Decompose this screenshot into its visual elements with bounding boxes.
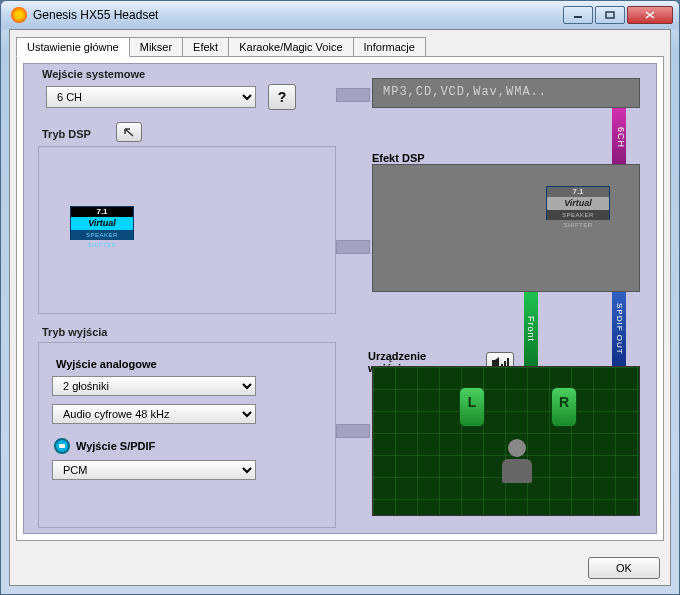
app-window: Genesis HX55 Headset Ustawienie główne M… <box>0 0 680 595</box>
help-button[interactable]: ? <box>268 84 296 110</box>
virtual71-badge[interactable]: 7.1 Virtual SPEAKER SHIFTER <box>70 206 134 240</box>
main-panel: Wejście systemowe 6 CH ? Tryb DSP 7.1 Vi… <box>23 63 657 534</box>
maximize-button[interactable] <box>595 6 625 24</box>
system-input-label: Wejście systemowe <box>42 68 145 80</box>
content-area: Ustawienie główne Mikser Efekt Karaoke/M… <box>9 29 671 586</box>
virtual71-badge-gray[interactable]: 7.1 Virtual SPEAKER SHIFTER <box>546 186 610 220</box>
tab-effect[interactable]: Efekt <box>182 37 229 57</box>
speaker-right[interactable]: R <box>551 387 577 427</box>
speaker-left[interactable]: L <box>459 387 485 427</box>
minimize-button[interactable] <box>563 6 593 24</box>
tab-mixer[interactable]: Mikser <box>129 37 183 57</box>
spdif-icon <box>54 438 70 454</box>
ok-button[interactable]: OK <box>588 557 660 579</box>
output-mode-label: Tryb wyjścia <box>42 326 107 338</box>
listener-icon <box>499 439 535 483</box>
titlebar[interactable]: Genesis HX55 Headset <box>1 1 679 29</box>
spdif-label: Wyjście S/PDIF <box>76 440 155 452</box>
dsp-back-button[interactable] <box>116 122 142 142</box>
analog-output-label: Wyjście analogowe <box>56 358 157 370</box>
connector-icon <box>336 424 370 438</box>
tab-panel: Wejście systemowe 6 CH ? Tryb DSP 7.1 Vi… <box>16 56 664 541</box>
digital-audio-select[interactable]: Audio cyfrowe 48 kHz <box>52 404 256 424</box>
tab-info[interactable]: Informacje <box>353 37 426 57</box>
tab-karaoke[interactable]: Karaoke/Magic Voice <box>228 37 353 57</box>
band-6ch: 6CH <box>612 108 626 164</box>
system-input-select[interactable]: 6 CH <box>46 86 256 108</box>
spdif-select[interactable]: PCM <box>52 460 256 480</box>
footer-bar: OK <box>588 557 660 579</box>
arrow-upleft-icon <box>122 126 136 138</box>
close-button[interactable] <box>627 6 673 24</box>
output-device-visual[interactable]: L R <box>372 366 640 516</box>
app-icon <box>11 7 27 23</box>
analog-speakers-select[interactable]: 2 głośniki <box>52 376 256 396</box>
band-front: Front <box>524 292 538 366</box>
connector-icon <box>336 88 370 102</box>
connector-icon <box>336 240 370 254</box>
window-title: Genesis HX55 Headset <box>33 8 563 22</box>
svg-rect-1 <box>606 12 614 18</box>
tabstrip: Ustawienie główne Mikser Efekt Karaoke/M… <box>10 30 670 56</box>
tab-main-settings[interactable]: Ustawienie główne <box>16 37 130 57</box>
band-spdif: SPDIF OUT <box>612 292 626 366</box>
dsp-effect-label: Efekt DSP <box>372 152 425 164</box>
dsp-mode-label: Tryb DSP <box>42 128 91 140</box>
dsp-effect-box <box>372 164 640 292</box>
formats-display: MP3,CD,VCD,Wav,WMA.. <box>372 78 640 108</box>
